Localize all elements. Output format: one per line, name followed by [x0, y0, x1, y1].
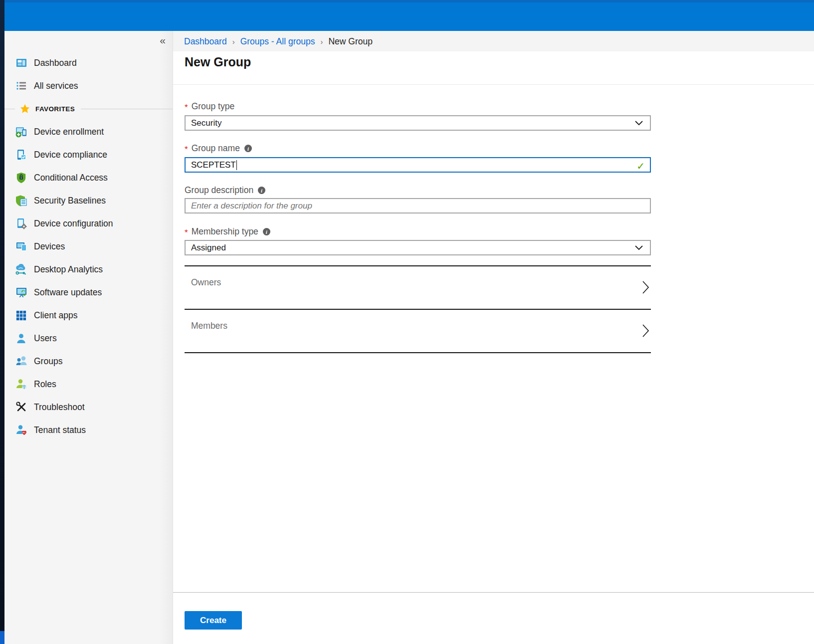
info-icon[interactable]: i [258, 187, 265, 194]
device-configuration-icon [15, 217, 27, 230]
top-header-bar [4, 0, 814, 31]
create-button[interactable]: Create [185, 611, 242, 630]
sidebar-item-dashboard[interactable]: Dashboard [4, 51, 173, 74]
sidebar-item-device-enrollment[interactable]: Device enrollment [4, 120, 173, 143]
sidebar-item-label: Groups [34, 356, 62, 367]
label-text: Group name [192, 143, 240, 154]
sidebar-item-groups[interactable]: Groups [4, 350, 173, 373]
sidebar-item-devices[interactable]: Devices [4, 235, 173, 258]
chevron-down-icon [634, 245, 643, 251]
label-text: Group type [192, 101, 235, 112]
group-type-label: * Group type [185, 101, 234, 112]
all-services-icon [15, 80, 27, 92]
breadcrumb-dashboard[interactable]: Dashboard [184, 36, 227, 47]
users-icon [15, 332, 27, 345]
sidebar-item-users[interactable]: Users [4, 327, 173, 350]
divider [4, 109, 15, 109]
header-top-stripe [4, 0, 814, 2]
owners-label: Owners [191, 277, 221, 288]
sidebar-item-tenant-status[interactable]: Tenant status [4, 419, 173, 441]
sidebar-item-label: Device enrollment [34, 127, 104, 137]
required-marker: * [185, 145, 188, 155]
divider [173, 84, 814, 85]
group-name-input[interactable]: SCEPTEST ✓ [185, 157, 651, 173]
sidebar-item-label: Security Baselines [34, 196, 106, 206]
sidebar-item-device-compliance[interactable]: Device compliance [4, 143, 173, 166]
valid-check-icon: ✓ [636, 160, 645, 172]
sidebar-item-label: Users [34, 333, 57, 344]
label-text: Membership type [192, 226, 258, 237]
group-type-select[interactable]: Security [185, 115, 651, 131]
sidebar-item-label: All services [34, 81, 78, 91]
sidebar-item-all-services[interactable]: All services [4, 74, 173, 97]
sidebar-item-label: Client apps [34, 310, 78, 321]
chevron-right-icon [642, 280, 649, 294]
groups-icon [15, 355, 27, 368]
info-icon[interactable]: i [263, 228, 270, 235]
group-description-label: Group description i [185, 185, 265, 196]
sidebar-item-label: Dashboard [34, 58, 77, 68]
group-description-field [185, 198, 651, 214]
sidebar-item-label: Software updates [34, 287, 102, 298]
members-label: Members [191, 321, 227, 331]
required-marker: * [185, 228, 188, 238]
group-type-value: Security [186, 118, 221, 128]
required-marker: * [185, 103, 188, 113]
page-title: New Group [185, 55, 251, 69]
tenant-status-icon [15, 424, 27, 436]
desktop-analytics-icon [15, 263, 27, 276]
side-rail-indicator [0, 631, 4, 644]
group-description-input[interactable] [186, 199, 650, 213]
breadcrumb-separator: › [320, 37, 323, 46]
device-compliance-icon [15, 149, 27, 161]
members-row[interactable]: Members [185, 310, 651, 352]
sidebar-item-client-apps[interactable]: Client apps [4, 304, 173, 327]
breadcrumb-current: New Group [328, 36, 373, 47]
membership-type-select[interactable]: Assigned [185, 240, 651, 255]
sidebar-favorites-header: FAVORITES [4, 97, 173, 120]
sidebar-item-desktop-analytics[interactable]: Desktop Analytics [4, 258, 173, 281]
sidebar-item-security-baselines[interactable]: Security Baselines [4, 189, 173, 212]
sidebar-item-label: Roles [34, 379, 56, 390]
sidebar-collapse-button[interactable]: « [160, 35, 166, 45]
breadcrumb-separator: › [232, 37, 235, 46]
content-area: Dashboard › Groups - All groups › New Gr… [173, 31, 814, 644]
sidebar-item-label: Troubleshoot [34, 402, 85, 413]
security-baselines-icon [15, 195, 27, 207]
sidebar-item-conditional-access[interactable]: Conditional Access [4, 166, 173, 189]
software-updates-icon [15, 286, 27, 299]
divider [81, 109, 173, 109]
sidebar-item-label: Device compliance [34, 150, 107, 160]
owners-row[interactable]: Owners [185, 266, 651, 308]
sidebar-item-label: Desktop Analytics [34, 264, 103, 275]
device-enrollment-icon [15, 126, 27, 138]
breadcrumb: Dashboard › Groups - All groups › New Gr… [184, 35, 373, 47]
membership-type-value: Assigned [186, 243, 226, 253]
group-name-label: * Group name i [185, 143, 252, 154]
sidebar-item-roles[interactable]: Roles [4, 373, 173, 396]
favorites-star-icon [19, 103, 30, 114]
membership-type-label: * Membership type i [185, 226, 270, 237]
chevron-right-icon [642, 324, 649, 338]
roles-icon [15, 378, 27, 391]
breadcrumb-groups-all-groups[interactable]: Groups - All groups [240, 36, 315, 47]
troubleshoot-icon [15, 401, 27, 414]
group-name-value: SCEPTEST [186, 160, 236, 170]
favorites-label: FAVORITES [35, 105, 75, 113]
sidebar-item-label: Devices [34, 241, 65, 252]
new-group-blade: New Group * Group type Security * Group … [173, 51, 814, 644]
azure-side-rail [0, 0, 4, 644]
info-icon[interactable]: i [244, 145, 252, 152]
sidebar-item-device-configuration[interactable]: Device configuration [4, 212, 173, 235]
conditional-access-icon [15, 172, 27, 184]
sidebar-collapse-row: « [4, 31, 173, 51]
sidebar-item-software-updates[interactable]: Software updates [4, 281, 173, 304]
client-apps-icon [15, 309, 27, 322]
devices-icon [15, 240, 27, 253]
sidebar-item-label: Conditional Access [34, 173, 108, 183]
sidebar-item-label: Tenant status [34, 425, 86, 435]
footer-divider [173, 592, 814, 593]
text-caret [236, 160, 237, 170]
divider [185, 352, 651, 353]
sidebar-item-troubleshoot[interactable]: Troubleshoot [4, 396, 173, 419]
